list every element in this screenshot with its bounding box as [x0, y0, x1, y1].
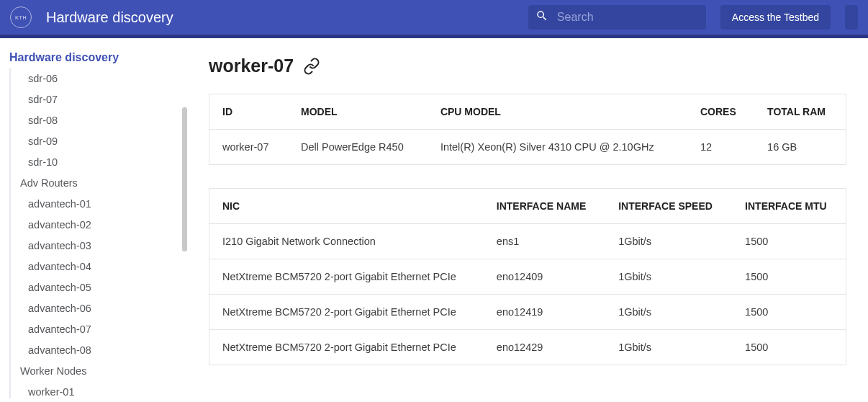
sidebar-item-advantech-06[interactable]: advantech-06 — [28, 298, 187, 319]
logo-text: KTH — [15, 15, 27, 20]
nic-table: NIC INTERFACE NAME INTERFACE SPEED INTER… — [209, 188, 846, 365]
sidebar-item-sdr-09[interactable]: sdr-09 — [28, 131, 187, 152]
sidebar-item-sdr-08[interactable]: sdr-08 — [28, 110, 187, 131]
nic-ifmtu: 1500 — [732, 295, 846, 330]
nic-nic: NetXtreme BCM5720 2-port Gigabit Etherne… — [209, 259, 484, 295]
app-header: KTH Hardware discovery Access the Testbe… — [0, 0, 868, 38]
summary-th-cores: CORES — [687, 94, 754, 130]
summary-ram: 16 GB — [754, 130, 846, 165]
summary-table: ID MODEL CPU MODEL CORES TOTAL RAM worke… — [209, 94, 846, 165]
summary-th-ram: TOTAL RAM — [754, 94, 846, 130]
summary-th-model: MODEL — [288, 94, 428, 130]
nic-th-ifname: INTERFACE NAME — [484, 189, 605, 224]
sidebar: Hardware discovery sdr-06 sdr-07 sdr-08 … — [0, 38, 187, 398]
summary-th-cpu: CPU MODEL — [428, 94, 687, 130]
sidebar-item-advantech-04[interactable]: advantech-04 — [28, 256, 187, 277]
permalink-icon[interactable] — [302, 57, 321, 76]
nic-row: NetXtreme BCM5720 2-port Gigabit Etherne… — [209, 295, 846, 330]
logo: KTH — [10, 6, 32, 28]
nic-ifname: ens1 — [484, 224, 605, 259]
summary-model: Dell PowerEdge R450 — [288, 130, 428, 165]
nic-ifname: eno12419 — [484, 295, 605, 330]
access-testbed-button[interactable]: Access the Testbed — [720, 5, 831, 30]
nic-nic: NetXtreme BCM5720 2-port Gigabit Etherne… — [209, 295, 484, 330]
summary-row: worker-07 Dell PowerEdge R450 Intel(R) X… — [209, 130, 846, 165]
search-input[interactable] — [557, 11, 699, 24]
nic-ifname: eno12409 — [484, 259, 605, 295]
app-title: Hardware discovery — [46, 9, 514, 26]
nav-tree: sdr-06 sdr-07 sdr-08 sdr-09 sdr-10 Adv R… — [9, 68, 187, 398]
sidebar-item-advantech-02[interactable]: advantech-02 — [28, 215, 187, 236]
search-icon — [535, 9, 548, 25]
sidebar-item-advantech-03[interactable]: advantech-03 — [28, 236, 187, 256]
sidebar-scrollbar-thumb[interactable] — [182, 107, 187, 251]
nic-ifspeed: 1Gbit/s — [605, 330, 732, 365]
sidebar-scrollbar-track[interactable] — [182, 38, 187, 398]
nic-th-ifmtu: INTERFACE MTU — [732, 189, 846, 224]
sidebar-item-advantech-08[interactable]: advantech-08 — [28, 340, 187, 361]
nic-ifmtu: 1500 — [732, 224, 846, 259]
sidebar-item-sdr-07[interactable]: sdr-07 — [28, 89, 187, 110]
nic-nic: I210 Gigabit Network Connection — [209, 224, 484, 259]
nic-th-ifspeed: INTERFACE SPEED — [605, 189, 732, 224]
sidebar-heading[interactable]: Hardware discovery — [9, 51, 187, 64]
nic-nic: NetXtreme BCM5720 2-port Gigabit Etherne… — [209, 330, 484, 365]
nic-row: NetXtreme BCM5720 2-port Gigabit Etherne… — [209, 259, 846, 295]
summary-th-id: ID — [209, 94, 289, 130]
sidebar-item-sdr-10[interactable]: sdr-10 — [28, 152, 187, 173]
search-box[interactable] — [528, 5, 706, 30]
nic-ifmtu: 1500 — [732, 330, 846, 365]
summary-cores: 12 — [687, 130, 754, 165]
nic-th-nic: NIC — [209, 189, 484, 224]
summary-id: worker-07 — [209, 130, 289, 165]
page-title: worker-07 — [209, 55, 294, 76]
main-content: worker-07 ID MODEL CPU MODEL CORES TOTAL… — [187, 38, 868, 398]
summary-cpu: Intel(R) Xeon(R) Silver 4310 CPU @ 2.10G… — [428, 130, 687, 165]
nic-ifmtu: 1500 — [732, 259, 846, 295]
sidebar-item-advantech-01[interactable]: advantech-01 — [28, 194, 187, 215]
nic-ifspeed: 1Gbit/s — [605, 295, 732, 330]
sidebar-item-advantech-05[interactable]: advantech-05 — [28, 277, 187, 298]
nic-ifspeed: 1Gbit/s — [605, 259, 732, 295]
sidebar-group-adv-routers[interactable]: Adv Routers — [20, 173, 187, 194]
sidebar-group-worker-nodes[interactable]: Worker Nodes — [20, 361, 187, 382]
nic-ifspeed: 1Gbit/s — [605, 224, 732, 259]
sidebar-item-worker-01[interactable]: worker-01 — [28, 382, 187, 398]
nic-row: I210 Gigabit Network Connection ens1 1Gb… — [209, 224, 846, 259]
nic-ifname: eno12429 — [484, 330, 605, 365]
nic-row: NetXtreme BCM5720 2-port Gigabit Etherne… — [209, 330, 846, 365]
header-extra-button[interactable] — [845, 5, 858, 30]
page-title-row: worker-07 — [209, 55, 846, 76]
sidebar-item-advantech-07[interactable]: advantech-07 — [28, 319, 187, 340]
sidebar-item-sdr-06[interactable]: sdr-06 — [28, 68, 187, 89]
